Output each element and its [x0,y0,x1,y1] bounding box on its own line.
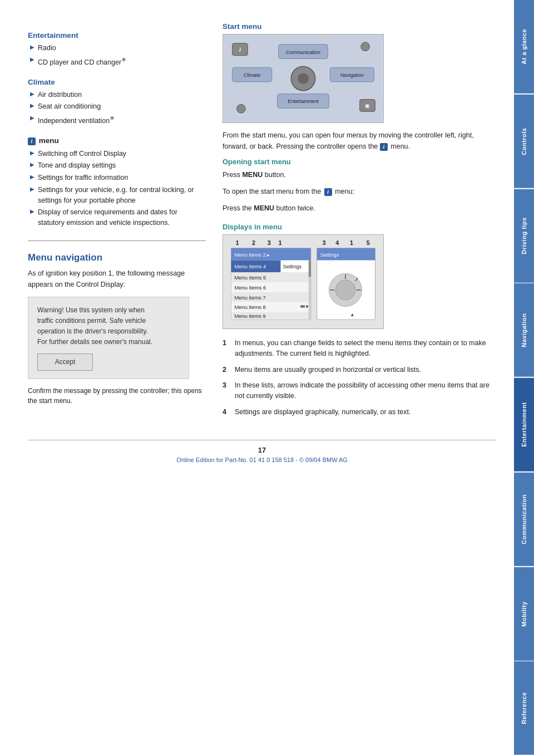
main-content: Entertainment ▶ Radio ▶ CD player and CD… [0,0,513,713]
start-menu-svg: Communication Navigation Entertainment C… [223,35,383,122]
start-menu-title: Start menu [222,22,496,31]
svg-text:1: 1 [235,239,239,246]
arrow-icon: ▶ [30,56,34,62]
svg-rect-41 [306,305,308,307]
displays-svg: 1 2 3 1 3 4 1 5 Menu items [223,235,383,328]
svg-point-15 [361,42,370,51]
num-3: 3 [222,380,230,401]
sidebar-tab-driving-tips[interactable]: Driving tips [514,189,534,283]
svg-text:Navigation: Navigation [340,72,364,78]
climate-title: Climate [28,78,206,86]
imenu-section: i menu ▶ Switching off Control Display ▶… [28,136,206,228]
sidebar-tabs: At a glance Controls Driving tips Naviga… [514,0,534,756]
svg-text:5: 5 [367,239,370,246]
displays-in-menu-section: Displays in menu 1 2 3 1 3 4 1 [222,223,496,418]
svg-text:Menu items 8: Menu items 8 [234,305,265,310]
sidebar-tab-entertainment[interactable]: Entertainment [514,378,534,472]
svg-text:Menu items 9: Menu items 9 [234,313,265,319]
press-menu-twice-text: Press the MENU button twice. [222,203,496,214]
start-menu-diagram-container: Communication Navigation Entertainment C… [222,34,384,123]
svg-text:Climate: Climate [244,72,260,78]
svg-text:Settings: Settings [283,264,301,269]
footer-text: Online Edition for Part-No. 01 41 0 158 … [28,456,496,463]
list-item-switching: ▶ Switching off Control Display [28,149,206,159]
svg-text:▣: ▣ [365,103,370,109]
vehicle-settings-label: Settings for your vehicle, e.g. for cent… [38,185,206,206]
svg-text:1: 1 [279,239,282,246]
num-4: 4 [222,407,230,418]
service-label: Display of service requirements and date… [38,207,206,228]
numbered-item-4: 4 Settings are displayed graphically, nu… [222,407,496,418]
list-item-tone: ▶ Tone and display settings [28,160,206,171]
svg-point-16 [237,104,246,113]
svg-rect-40 [300,305,305,307]
warning-box: Warning! Use this system only when traff… [28,297,189,379]
warning-line-2: traffic conditions permit. Safe vehicle [37,317,146,325]
arrow-icon: ▶ [30,115,34,121]
left-column: Entertainment ▶ Radio ▶ CD player and CD… [28,22,206,423]
ventilation-label: Independent ventilation✳ [38,114,115,126]
i-icon-inline2: i [324,188,332,196]
switching-label: Switching off Control Display [38,149,126,159]
svg-point-2 [298,73,309,84]
num-2: 2 [222,365,230,375]
arrow-icon: ▶ [30,161,34,168]
seat-label: Seat air conditioning [38,101,101,112]
i-icon-inline: i [380,143,388,151]
sidebar-tab-navigation[interactable]: Navigation [514,283,534,377]
displays-title: Displays in menu [222,223,496,231]
i-icon: i [28,138,36,145]
traffic-label: Settings for traffic information [38,173,128,183]
svg-text:Settings: Settings [320,252,339,258]
accept-button[interactable]: Accept [37,354,93,371]
displays-diagram-container: 1 2 3 1 3 4 1 5 Menu items [222,234,384,329]
numbered-item-3: 3 In these lists, arrows indicate the po… [222,380,496,401]
svg-text:Menu items 7: Menu items 7 [234,295,265,301]
asterisk: ✳ [110,115,115,121]
svg-text:Menu Items 5: Menu Items 5 [234,275,266,281]
svg-text:Entertainment: Entertainment [288,99,319,104]
arrow-icon: ▶ [30,44,34,50]
svg-text:3: 3 [268,239,271,246]
menu-navigation-title: Menu navigation [28,252,206,263]
svg-text:i: i [239,46,241,53]
entertainment-section: Entertainment ▶ Radio ▶ CD player and CD… [28,31,206,68]
svg-text:Menu items 2 ▸: Menu items 2 ▸ [234,252,270,258]
svg-text:Menu Items 4: Menu Items 4 [234,264,266,269]
warning-line-3: operation is the driver's responsibility… [37,327,148,335]
svg-text:4: 4 [335,239,339,246]
entertainment-title: Entertainment [28,31,206,40]
svg-text:Communication: Communication [286,50,320,55]
page-number: 17 [28,446,496,454]
right-column: Start menu Communication [222,22,496,423]
list-item-service: ▶ Display of service requirements and da… [28,207,206,228]
svg-text:Menu Items 6: Menu Items 6 [234,285,266,291]
svg-text:▲: ▲ [350,312,355,317]
two-column-layout: Entertainment ▶ Radio ▶ CD player and CD… [28,22,496,423]
press-menu-text: Press MENU button. [222,169,496,180]
sidebar-tab-mobility[interactable]: Mobility [514,567,534,661]
menu-navigation-body: As of ignition key position 1, the follo… [28,268,206,290]
air-label: Air distribution [38,90,82,100]
start-menu-body: From the start menu, you can open four m… [222,130,496,152]
warning-line-4: For further details see owner's manual. [37,338,152,346]
sidebar-tab-controls[interactable]: Controls [514,95,534,188]
list-item-vehicle-settings: ▶ Settings for your vehicle, e.g. for ce… [28,185,206,206]
text-3: In these lists, arrows indicate the poss… [235,380,496,401]
divider [28,240,206,241]
imenu-label: menu [39,136,59,145]
confirm-text: Confirm the message by pressing the cont… [28,386,206,406]
arrow-icon: ▶ [30,150,34,156]
warning-line-1: Warning! Use this system only when [37,306,145,314]
radio-label: Radio [38,43,56,53]
list-item-seat: ▶ Seat air conditioning [28,101,206,112]
sidebar-tab-at-a-glance[interactable]: At a glance [514,0,534,94]
list-item-radio: ▶ Radio [28,43,206,53]
opening-start-menu-title: Opening start menu [222,158,496,166]
num-1: 1 [222,338,230,359]
asterisk: ✳ [121,56,126,63]
svg-point-51 [335,280,355,300]
sidebar-tab-reference[interactable]: Reference [514,661,534,755]
start-menu-section: Start menu Communication [222,22,496,418]
sidebar-tab-communication[interactable]: Communication [514,473,534,566]
